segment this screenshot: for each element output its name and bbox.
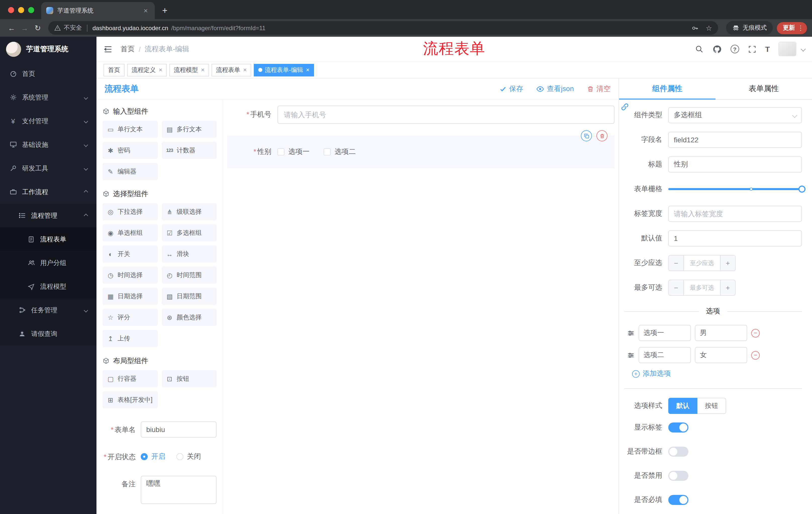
status-off-radio[interactable]: 关闭 xyxy=(176,452,201,461)
canvas-field-phone[interactable]: *手机号 xyxy=(227,106,614,124)
border-switch[interactable] xyxy=(668,447,688,457)
bookmark-star-icon[interactable]: ☆ xyxy=(706,24,712,32)
chevron-down-icon[interactable] xyxy=(801,47,806,52)
palette-item-cascader[interactable]: ⋔级联选择 xyxy=(162,203,216,220)
drag-handle-icon[interactable] xyxy=(627,351,635,359)
sidebar-item-workflow[interactable]: 工作流程 xyxy=(0,180,96,204)
form-remark-textarea[interactable]: 嘿嘿 xyxy=(141,476,216,504)
link-icon[interactable] xyxy=(620,103,629,111)
window-zoom-button[interactable] xyxy=(28,7,34,13)
sidebar-item-home[interactable]: 首页 xyxy=(0,62,96,85)
view-json-button[interactable]: 查看json xyxy=(536,84,574,93)
palette-item-time-picker[interactable]: ◷时间选择 xyxy=(103,267,157,283)
style-default-button[interactable]: 默认 xyxy=(668,398,697,414)
plus-button[interactable]: + xyxy=(720,255,735,271)
palette-item-counter[interactable]: 123计数器 xyxy=(162,142,216,159)
github-icon[interactable] xyxy=(713,45,722,54)
sidebar-item-devtools[interactable]: 研发工具 xyxy=(0,156,96,180)
remove-option-button[interactable]: − xyxy=(751,351,760,359)
slider-handle[interactable] xyxy=(799,186,806,193)
tag-process-model[interactable]: 流程模型 × xyxy=(169,64,209,76)
tag-close-icon[interactable]: × xyxy=(159,66,162,74)
breadcrumb-home[interactable]: 首页 xyxy=(121,45,135,54)
form-canvas[interactable]: *手机号 xyxy=(223,100,618,514)
palette-item-time-range[interactable]: ◴时间范围 xyxy=(162,267,216,283)
palette-item-checkbox-group[interactable]: ☑多选框组 xyxy=(162,224,216,241)
new-tab-button[interactable]: + xyxy=(158,3,172,18)
tag-close-icon[interactable]: × xyxy=(201,66,204,74)
sidebar-logo[interactable]: 芋道管理系统 xyxy=(0,37,96,62)
form-grid-slider[interactable] xyxy=(668,181,802,197)
browser-menu-icon[interactable]: ⋮ xyxy=(798,24,804,32)
window-close-button[interactable] xyxy=(8,7,14,13)
palette-item-date-picker[interactable]: ▦日期选择 xyxy=(103,288,157,305)
save-button[interactable]: 保存 xyxy=(500,84,523,93)
palette-item-rate[interactable]: ☆评分 xyxy=(103,309,157,326)
gender-option1-checkbox[interactable]: 选项一 xyxy=(278,147,310,156)
sidebar-item-infrastructure[interactable]: 基础设施 xyxy=(0,133,96,156)
show-label-switch[interactable] xyxy=(668,423,688,433)
palette-item-button[interactable]: ⊡按钮 xyxy=(162,370,216,387)
delete-component-button[interactable] xyxy=(597,130,608,141)
sidebar-item-payment[interactable]: ¥ 支付管理 xyxy=(0,109,96,133)
tag-process-form[interactable]: 流程表单 × xyxy=(211,64,251,76)
max-select-value[interactable]: 最多可选 xyxy=(684,280,720,295)
font-size-icon[interactable]: T xyxy=(765,45,769,53)
sidebar-item-process-model[interactable]: 流程模型 xyxy=(0,275,96,298)
label-width-input[interactable] xyxy=(668,206,802,222)
tag-process-definition[interactable]: 流程定义 × xyxy=(127,64,167,76)
remove-option-button[interactable]: − xyxy=(751,329,760,337)
min-select-value[interactable]: 至少应选 xyxy=(684,255,720,271)
palette-item-editor[interactable]: ✎编辑器 xyxy=(103,163,157,180)
sidebar-item-user-group[interactable]: 用户分组 xyxy=(0,251,96,275)
canvas-field-gender-selected[interactable]: *性别 选项一 选项二 xyxy=(227,136,614,168)
tab-close-icon[interactable]: × xyxy=(142,6,150,15)
tab-form-props[interactable]: 表单属性 xyxy=(716,78,812,99)
back-icon[interactable]: ← xyxy=(5,21,18,34)
browser-update-button[interactable]: 更新 ⋮ xyxy=(777,22,807,34)
palette-item-color-picker[interactable]: ⊛颜色选择 xyxy=(162,309,216,326)
reload-icon[interactable]: ↻ xyxy=(31,21,44,34)
disabled-switch[interactable] xyxy=(668,471,688,481)
component-type-select[interactable]: 多选框组 xyxy=(668,107,802,123)
form-name-input[interactable] xyxy=(141,422,216,437)
sidebar-item-leave-query[interactable]: 请假查询 xyxy=(0,322,96,346)
option-value-input[interactable] xyxy=(695,325,747,341)
phone-input[interactable] xyxy=(278,106,614,124)
palette-item-table[interactable]: ⊞表格[开发中] xyxy=(103,391,157,408)
style-button-button[interactable]: 按钮 xyxy=(697,398,726,414)
password-key-icon[interactable] xyxy=(692,24,699,31)
forward-icon[interactable]: → xyxy=(18,21,31,34)
hamburger-icon[interactable] xyxy=(104,45,113,54)
add-option-button[interactable]: + 添加选项 xyxy=(632,369,802,378)
palette-item-slider[interactable]: ↔滑块 xyxy=(162,245,216,263)
palette-item-single-text[interactable]: ▭单行文本 xyxy=(103,121,157,138)
field-name-input[interactable] xyxy=(668,132,802,148)
option-label-input[interactable] xyxy=(639,325,691,341)
sidebar-item-system[interactable]: 系统管理 xyxy=(0,85,96,109)
drag-handle-icon[interactable] xyxy=(627,329,635,337)
tab-component-props[interactable]: 组件属性 xyxy=(619,78,716,99)
option-value-input[interactable] xyxy=(695,347,747,363)
palette-item-password[interactable]: ✱密码 xyxy=(103,142,157,159)
minus-button[interactable]: − xyxy=(669,255,684,271)
avatar[interactable] xyxy=(778,42,796,56)
browser-tab[interactable]: 芋道管理系统 × xyxy=(41,2,155,19)
window-minimize-button[interactable] xyxy=(18,7,24,13)
gender-option2-checkbox[interactable]: 选项二 xyxy=(324,147,356,156)
address-bar[interactable]: 不安全 dashboard.yudao.iocoder.cn/bpm/manag… xyxy=(48,21,718,35)
tag-process-form-edit[interactable]: 流程表单-编辑 × xyxy=(254,64,314,76)
default-value-input[interactable] xyxy=(668,231,802,246)
option-label-input[interactable] xyxy=(639,347,691,363)
security-label[interactable]: 不安全 xyxy=(64,24,82,32)
palette-item-upload[interactable]: ↥上传 xyxy=(103,330,157,347)
clear-button[interactable]: 清空 xyxy=(587,84,610,93)
fullscreen-icon[interactable] xyxy=(748,45,756,53)
sidebar-item-process-management[interactable]: 流程管理 xyxy=(0,204,96,227)
search-icon[interactable] xyxy=(695,45,703,53)
tag-home[interactable]: 首页 xyxy=(104,64,125,76)
sidebar-item-task-management[interactable]: 任务管理 xyxy=(0,298,96,322)
sidebar-item-process-form[interactable]: 流程表单 xyxy=(0,227,96,251)
help-icon[interactable]: ? xyxy=(731,45,739,53)
palette-item-select[interactable]: ◎下拉选择 xyxy=(103,203,157,220)
